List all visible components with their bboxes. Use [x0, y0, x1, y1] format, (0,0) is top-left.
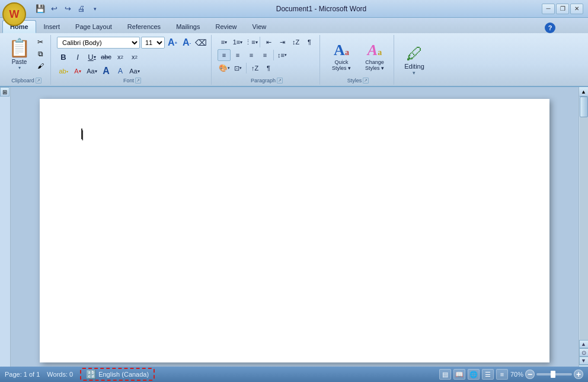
redo-button[interactable]: ↪ — [62, 3, 74, 15]
ribbon: Home Insert Page Layout References Maili… — [0, 18, 588, 87]
language-label: English (Canada) — [98, 371, 149, 378]
character-shading-button[interactable]: Aa▾ — [85, 65, 98, 78]
next-page-button[interactable]: ▼ — [579, 357, 589, 365]
grow-font-button[interactable]: A — [100, 65, 113, 78]
change-styles-button[interactable]: Aa ChangeStyles ▾ — [359, 41, 390, 73]
styles-expand-button[interactable]: ↗ — [363, 78, 369, 84]
alignment-row: ≡ ≡ ≡ ≡ ↕≡▾ — [218, 49, 289, 61]
ribbon-content: 📋 Paste ▾ ✂ ⧉ 🖌 Clipboard ↗ — [0, 33, 588, 86]
document-area[interactable]: | — [11, 87, 579, 374]
strikethrough-button[interactable]: abc — [100, 50, 113, 63]
outside-borders-button[interactable]: ⊡▾ — [231, 62, 244, 74]
zoom-slider[interactable] — [536, 373, 572, 375]
office-logo-icon: W — [9, 8, 20, 21]
language-icon: 🔡 — [86, 370, 96, 379]
paragraph-expand-button[interactable]: ↗ — [277, 78, 283, 84]
line-spacing-button[interactable]: ↕≡▾ — [276, 49, 289, 61]
quick-styles-button[interactable]: Aa QuickStyles ▾ — [326, 41, 357, 73]
italic-button[interactable]: I — [71, 50, 84, 63]
superscript-button[interactable]: x2 — [128, 50, 141, 63]
zoom-level: 70% — [510, 371, 523, 378]
help-button[interactable]: ? — [545, 23, 555, 33]
bold-button[interactable]: B — [57, 50, 70, 63]
shading-button[interactable]: 🎨▾ — [218, 62, 231, 74]
tab-view[interactable]: View — [245, 20, 274, 33]
full-screen-reading-button[interactable]: 📖 — [453, 369, 465, 380]
show-hide-button[interactable]: ¶ — [303, 36, 316, 48]
increase-font-size-button[interactable]: A+ — [166, 36, 179, 49]
tab-insert[interactable]: Insert — [36, 20, 68, 33]
align-left-button[interactable]: ≡ — [218, 49, 231, 61]
font-size-select[interactable]: 11 — [141, 37, 165, 49]
copy-button[interactable]: ⧉ — [34, 49, 47, 59]
left-margin: ⊞ — [0, 87, 11, 374]
cut-button[interactable]: ✂ — [34, 37, 47, 47]
language-badge[interactable]: 🔡 English (Canada) — [80, 368, 155, 381]
increase-indent-button[interactable]: ⇥ — [276, 36, 289, 48]
font-group: Calibri (Body) 11 A+ A- ⌫ B I U▾ abc x2 — [53, 35, 212, 85]
save-button[interactable]: 💾 — [34, 3, 46, 15]
web-layout-button[interactable]: 🌐 — [468, 369, 480, 380]
editing-icon: 🖊 — [406, 45, 423, 63]
underline-button[interactable]: U▾ — [85, 50, 98, 63]
tab-mailings[interactable]: Mailings — [168, 20, 207, 33]
minimize-button[interactable]: ─ — [542, 4, 555, 14]
multilevel-list-button[interactable]: ⋮≡▾ — [245, 36, 258, 48]
close-button[interactable]: ✕ — [570, 4, 583, 14]
scroll-thumb[interactable] — [580, 97, 588, 117]
align-center-button[interactable]: ≡ — [231, 49, 244, 61]
tab-references[interactable]: References — [120, 20, 168, 33]
status-right-area: ▤ 📖 🌐 ☰ ≡ 70% − + — [439, 369, 583, 380]
align-right-button[interactable]: ≡ — [245, 49, 258, 61]
clipboard-group: 📋 Paste ▾ ✂ ⧉ 🖌 Clipboard ↗ — [2, 35, 51, 85]
outline-button[interactable]: ☰ — [482, 369, 494, 380]
window-title: Document1 - Microsoft Word — [101, 5, 542, 13]
select-browse-object-button[interactable]: ⊙ — [579, 348, 589, 357]
print-layout-button[interactable]: ▤ — [439, 369, 451, 380]
paste-button[interactable]: 📋 Paste ▾ — [6, 36, 33, 72]
qat-customize-button[interactable]: ▾ — [89, 3, 101, 15]
change-case-button[interactable]: Aa▾ — [128, 65, 141, 78]
decrease-indent-button[interactable]: ⇤ — [262, 36, 275, 48]
numbering-button[interactable]: 1≡▾ — [231, 36, 244, 48]
font-name-select[interactable]: Calibri (Body) — [57, 37, 140, 49]
subscript-button[interactable]: x2 — [114, 50, 127, 63]
font-group-label: Font ↗ — [123, 78, 141, 85]
draft-button[interactable]: ≡ — [496, 369, 508, 380]
text-highlight-button[interactable]: ab▾ — [57, 65, 70, 78]
paste-dropdown-arrow[interactable]: ▾ — [18, 65, 21, 70]
quick-styles-label: QuickStyles ▾ — [332, 59, 351, 71]
view-switcher[interactable]: ⊞ — [0, 87, 9, 97]
document-page[interactable]: | — [40, 99, 549, 362]
clipboard-expand-button[interactable]: ↗ — [36, 78, 41, 84]
doc-with-scroll: ⊞ | ▲ ▲ ⊙ ▼ ▼ — [0, 87, 588, 374]
prev-page-button[interactable]: ▲ — [579, 340, 589, 348]
clear-formatting-button[interactable]: ⌫ — [194, 36, 207, 49]
font-expand-button[interactable]: ↗ — [135, 78, 141, 84]
pilcrow-button[interactable]: ¶ — [262, 62, 275, 74]
clipboard-group-label: Clipboard ↗ — [11, 78, 41, 85]
font-color-button[interactable]: A▾ — [71, 65, 84, 78]
paste-icon: 📋 — [8, 37, 30, 59]
editing-dropdown-arrow[interactable]: ▾ — [413, 70, 416, 76]
print-button[interactable]: 🖨 — [75, 3, 87, 15]
restore-button[interactable]: ❐ — [556, 4, 569, 14]
decrease-font-size-button[interactable]: A- — [180, 36, 193, 49]
shading-row: 🎨▾ ⊡▾ ↑Z ¶ — [218, 62, 275, 74]
sort-button[interactable]: ↕Z — [289, 36, 302, 48]
format-painter-button[interactable]: 🖌 — [34, 60, 47, 71]
styles-group: Aa QuickStyles ▾ Aa ChangeStyles ▾ Style… — [322, 35, 394, 85]
bullets-button[interactable]: ≡▾ — [218, 36, 231, 48]
justify-button[interactable]: ≡ — [258, 49, 271, 61]
zoom-in-button[interactable]: + — [574, 370, 583, 379]
shrink-font-button[interactable]: A — [114, 65, 127, 78]
tab-page-layout[interactable]: Page Layout — [68, 20, 120, 33]
scroll-up-button[interactable]: ▲ — [579, 87, 589, 97]
undo-button[interactable]: ↩ — [48, 3, 60, 15]
editing-group: 🖊 Editing ▾ — [397, 35, 432, 85]
office-button[interactable]: W — [2, 2, 26, 26]
editing-button[interactable]: 🖊 Editing ▾ — [402, 43, 427, 79]
tab-review[interactable]: Review — [207, 20, 244, 33]
sort2-button[interactable]: ↑Z — [248, 62, 261, 74]
zoom-out-button[interactable]: − — [525, 370, 535, 379]
